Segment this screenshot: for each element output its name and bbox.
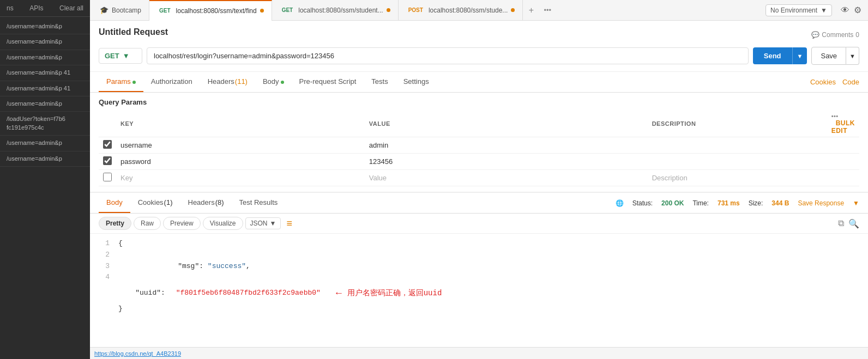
tab-post-stude[interactable]: POST localhost:8080/ssm/stude... (399, 0, 523, 21)
code-line-3: "uuid": "f801f5eb6f80487fbd2f633f2c9aebb… (118, 283, 859, 303)
request-area: Untitled Request 💬 Comments 0 GET ▼ Send… (90, 21, 868, 72)
bottom-url[interactable]: https://blog.csdn.ne/qt_A4B2319 (94, 350, 181, 357)
format-type-select[interactable]: JSON ▼ (245, 217, 281, 229)
size-label: Size: (749, 199, 763, 207)
copy-icon[interactable]: ⧉ (838, 218, 844, 229)
row1-checkbox[interactable] (103, 140, 112, 149)
new-tab-button[interactable]: + (523, 5, 539, 15)
tab-body[interactable]: Body (255, 72, 292, 92)
row2-key[interactable]: password (116, 154, 365, 170)
top-icons: 👁 ⚙ (836, 5, 866, 15)
row1-value[interactable]: admin (365, 137, 648, 154)
resp-tab-body[interactable]: Body (99, 193, 130, 213)
env-dropdown[interactable]: No Environment ▼ (765, 4, 832, 16)
row3-key[interactable]: Key (116, 170, 365, 186)
code-content: { "msg": "success", "uuid": "f801f5eb6f8… (118, 238, 859, 343)
search-icon[interactable]: 🔍 (848, 218, 859, 229)
resp-tab-cookies[interactable]: Cookies(1) (130, 193, 180, 213)
time-label: Time: (692, 199, 709, 207)
row2-checkbox[interactable] (103, 156, 112, 165)
bootcamp-icon: 🎓 (100, 6, 108, 14)
row3-desc[interactable]: Description (648, 170, 827, 186)
gear-icon[interactable]: ⚙ (854, 5, 861, 15)
tab-params[interactable]: Params (99, 72, 143, 92)
list-item[interactable]: /username=admin&p (0, 96, 90, 112)
tab-tests[interactable]: Tests (364, 72, 395, 92)
tab-authorization[interactable]: Authorization (143, 72, 200, 92)
row3-value[interactable]: Value (365, 170, 648, 186)
clear-all-button[interactable]: Clear all (59, 4, 83, 12)
response-tabs-row: Body Cookies(1) Headers(8) Test Results … (90, 193, 868, 214)
tab-get-text-find[interactable]: GET localhost:8080/ssm/text/find (149, 0, 272, 21)
send-dropdown-button[interactable]: ▼ (792, 47, 807, 64)
format-json-label: JSON (250, 220, 268, 227)
sidebar-ns-label: ns (7, 4, 14, 12)
query-params-section: Query Params KEY VALUE DESCRIPTION ••• B… (90, 93, 868, 192)
sidebar: ns APIs Clear all /username=admin&p /use… (0, 0, 90, 359)
format-raw-button[interactable]: Raw (134, 217, 161, 230)
sidebar-header: ns APIs Clear all (0, 0, 90, 17)
arrow-icon: ← (336, 285, 342, 301)
line-numbers: 1 2 3 4 (99, 238, 110, 343)
list-item[interactable]: /username=admin&p (0, 50, 90, 65)
env-selector[interactable]: No Environment ▼ (761, 4, 836, 16)
method-badge-get: GET (157, 7, 173, 14)
code-line-1: { (118, 238, 859, 250)
list-item[interactable]: /username=admin&p 41 (0, 65, 90, 81)
request-title: Untitled Request (99, 27, 168, 37)
tab2-dot (387, 8, 390, 12)
eye-icon[interactable]: 👁 (841, 5, 849, 15)
tab-prerequest[interactable]: Pre-request Script (292, 72, 364, 92)
more-options-icon[interactable]: ••• (831, 113, 839, 119)
tab-bootcamp[interactable]: 🎓 Bootcamp (92, 0, 149, 21)
save-response-button[interactable]: Save Response (798, 199, 844, 207)
resp-tab-test-results[interactable]: Test Results (232, 193, 286, 213)
more-icon: ••• (544, 6, 551, 14)
save-response-dropdown[interactable]: ▼ (853, 199, 859, 207)
row1-desc[interactable] (648, 137, 827, 154)
code-link[interactable]: Code (842, 78, 859, 86)
row1-key[interactable]: username (116, 137, 365, 154)
url-bar: GET ▼ Send ▼ Save ▼ (99, 47, 859, 65)
method-select[interactable]: GET ▼ (99, 48, 142, 64)
plus-icon: + (529, 5, 534, 15)
row3-checkbox[interactable] (103, 173, 112, 181)
format-visualize-button[interactable]: Visualize (203, 217, 243, 230)
tab-headers[interactable]: Headers(11) (200, 72, 255, 92)
line-num-1: 1 (99, 238, 110, 250)
list-item[interactable]: /username=admin&p (0, 19, 90, 34)
comments-button[interactable]: 💬 Comments 0 (811, 31, 859, 39)
send-button[interactable]: Send (753, 47, 792, 64)
list-item[interactable]: /username=admin&p (0, 34, 90, 50)
more-tabs-button[interactable]: ••• (539, 6, 556, 14)
list-item[interactable]: /loadUser?token=f7b6 fc191e975c4c (0, 112, 90, 136)
line-num-3: 3 (99, 261, 110, 272)
list-item[interactable]: /username=admin&p (0, 151, 90, 167)
col-desc-header: DESCRIPTION (648, 111, 827, 137)
tab-get-student[interactable]: GET localhost:8080/ssm/student... (272, 0, 399, 21)
format-preview-button[interactable]: Preview (163, 217, 201, 230)
row2-desc[interactable] (648, 154, 827, 170)
table-row-empty: Key Value Description (99, 170, 859, 186)
chevron-down-icon: ▼ (270, 220, 276, 227)
list-item[interactable]: /username=admin&p 41 (0, 81, 90, 96)
time-value: 731 ms (718, 199, 740, 207)
comments-label: Comments (822, 31, 853, 39)
save-button[interactable]: Save (811, 47, 846, 65)
tab-bootcamp-label: Bootcamp (112, 7, 141, 14)
save-button-group: Save ▼ (811, 47, 859, 65)
globe-icon[interactable]: 🌐 (616, 199, 624, 207)
list-item[interactable]: /username=admin&p (0, 136, 90, 151)
save-dropdown-button[interactable]: ▼ (846, 47, 859, 65)
resp-tab-headers[interactable]: Headers(8) (180, 193, 232, 213)
bulk-edit-button[interactable]: Bulk Edit (831, 119, 855, 135)
row2-value[interactable]: 123456 (365, 154, 648, 170)
code-line-2: "msg": "success", (118, 250, 859, 283)
comments-count: 0 (855, 31, 859, 39)
wrap-icon[interactable]: ≡ (286, 218, 292, 229)
url-input[interactable] (147, 47, 749, 64)
cookies-link[interactable]: Cookies (810, 78, 836, 86)
tab-settings[interactable]: Settings (396, 72, 437, 92)
format-pretty-button[interactable]: Pretty (99, 217, 131, 230)
tab3-dot (511, 8, 515, 12)
